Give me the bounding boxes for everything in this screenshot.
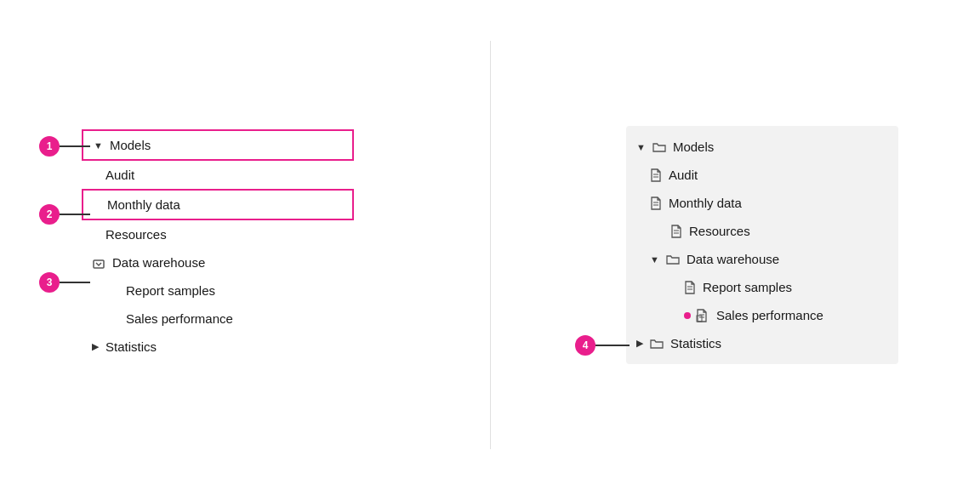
connector-3 bbox=[60, 282, 90, 283]
left-tree: ▼ Models Audit Monthly data Resources bbox=[82, 129, 354, 361]
right-tree-monthly-data[interactable]: Monthly data bbox=[626, 189, 898, 217]
left-tree-report-samples[interactable]: Report samples bbox=[82, 276, 354, 305]
doc-icon-2 bbox=[650, 197, 662, 210]
connector-4 bbox=[595, 345, 630, 346]
connector-1 bbox=[60, 145, 90, 147]
right-statistics-label: Statistics bbox=[670, 336, 721, 350]
doc-special-icon bbox=[696, 309, 709, 322]
chevron-down-icon: ▼ bbox=[94, 140, 103, 151]
left-tree-models[interactable]: ▼ Models bbox=[82, 129, 354, 161]
right-models-label: Models bbox=[673, 140, 714, 154]
right-tree-audit[interactable]: Audit bbox=[626, 161, 898, 189]
right-tree-report-samples[interactable]: Report samples bbox=[626, 273, 898, 301]
right-tree-data-warehouse[interactable]: ▼ Data warehouse bbox=[626, 245, 898, 273]
folder-icon-2 bbox=[666, 254, 680, 265]
badge-3: 3 bbox=[39, 272, 60, 293]
left-monthly-data-label: Monthly data bbox=[107, 197, 180, 212]
right-report-samples-label: Report samples bbox=[703, 280, 792, 294]
doc-icon-3 bbox=[670, 225, 682, 238]
right-panel: 4 ▼ Models bbox=[567, 41, 958, 449]
right-tree-statistics[interactable]: ▶ Statistics bbox=[626, 329, 898, 357]
chevron-right-icon: ▶ bbox=[92, 341, 99, 352]
left-resources-label: Resources bbox=[105, 227, 167, 242]
chevron-down-icon-r: ▼ bbox=[636, 142, 646, 152]
left-statistics-label: Statistics bbox=[105, 339, 157, 354]
svg-rect-0 bbox=[94, 260, 104, 268]
main-container: 1 2 3 ▼ Models bbox=[22, 41, 958, 449]
right-panel-wrapper: 4 ▼ Models bbox=[626, 126, 898, 364]
right-data-warehouse-label: Data warehouse bbox=[687, 252, 779, 266]
right-monthly-data-label: Monthly data bbox=[669, 196, 742, 210]
dot-icon bbox=[92, 256, 105, 270]
left-report-samples-label: Report samples bbox=[126, 283, 215, 298]
right-audit-label: Audit bbox=[669, 168, 698, 182]
right-tree-models[interactable]: ▼ Models bbox=[626, 133, 898, 161]
folder-icon bbox=[652, 141, 666, 153]
left-tree-resources[interactable]: Resources bbox=[82, 220, 354, 248]
left-sales-performance-label: Sales performance bbox=[126, 311, 233, 326]
badge-1: 1 bbox=[39, 136, 60, 157]
right-sales-performance-label: Sales performance bbox=[716, 308, 823, 322]
right-tree-resources[interactable]: Resources bbox=[626, 217, 898, 245]
panel-divider bbox=[490, 41, 491, 449]
right-tree-sales-performance[interactable]: Sales performance bbox=[626, 301, 898, 329]
badge-4: 4 bbox=[575, 335, 595, 356]
connector-2 bbox=[60, 214, 90, 215]
left-tree-sales-performance[interactable]: Sales performance bbox=[82, 305, 354, 333]
left-tree-data-warehouse[interactable]: Data warehouse bbox=[82, 248, 354, 276]
doc-icon-4 bbox=[684, 281, 696, 294]
chevron-right-icon-r: ▶ bbox=[636, 338, 643, 349]
folder-icon-3 bbox=[650, 338, 664, 350]
right-tree: ▼ Models bbox=[626, 126, 898, 364]
badge-2: 2 bbox=[39, 204, 60, 225]
right-resources-label: Resources bbox=[689, 224, 750, 238]
doc-icon bbox=[650, 168, 662, 182]
left-data-warehouse-label: Data warehouse bbox=[112, 255, 205, 270]
left-tree-monthly-data[interactable]: Monthly data bbox=[82, 189, 354, 220]
left-tree-audit[interactable]: Audit bbox=[82, 161, 354, 189]
chevron-down-icon-dw: ▼ bbox=[650, 254, 659, 265]
left-audit-label: Audit bbox=[105, 168, 134, 182]
dot-marker bbox=[684, 312, 691, 319]
left-models-label: Models bbox=[110, 138, 151, 152]
left-panel: 1 2 3 ▼ Models bbox=[22, 41, 413, 449]
left-tree-statistics[interactable]: ▶ Statistics bbox=[82, 333, 354, 361]
